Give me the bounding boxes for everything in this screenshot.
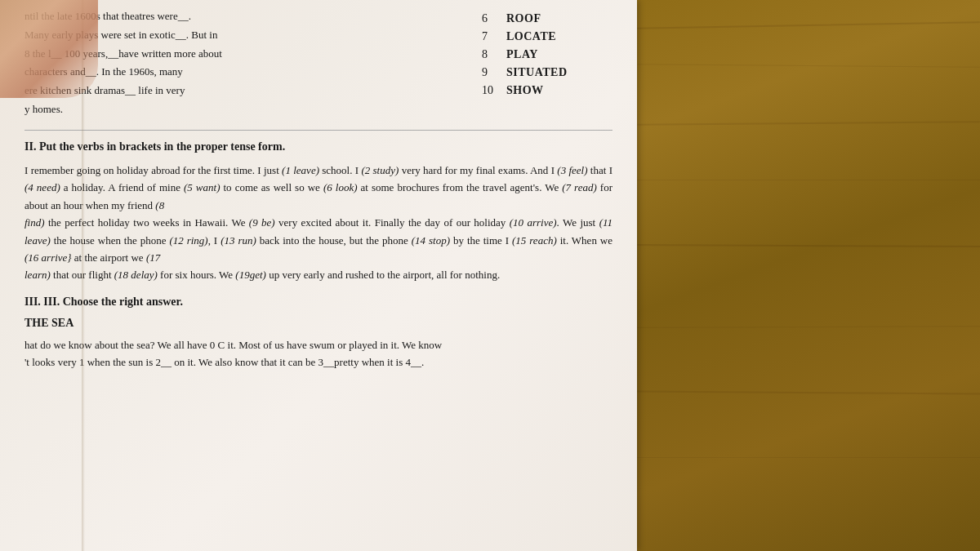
section-iii: III. III. Choose the right answer. THE S… <box>24 295 612 371</box>
list-item: 6 ROOF <box>482 12 612 25</box>
list-item: 9 SITUATED <box>482 66 612 79</box>
roman-numeral-iii: III. <box>24 295 43 308</box>
word-value: PLAY <box>506 48 538 61</box>
verb-8: (8 find) <box>24 199 164 229</box>
verb-2: (2 study) <box>361 164 399 176</box>
verb-14: (14 stop) <box>412 234 450 247</box>
list-item: 10 SHOW <box>482 84 612 97</box>
verb-18: (18 delay) <box>114 269 158 281</box>
word-value: LOCATE <box>506 30 556 43</box>
hand-overlay <box>0 0 98 98</box>
paper-document: ntil the late 1600s that theatres were__… <box>0 0 637 551</box>
verb-9: (9 be) <box>249 216 275 229</box>
section-ii-title: II. Put the verbs in brackets in the pro… <box>24 140 612 153</box>
word-number: 6 <box>482 12 506 25</box>
word-value: SHOW <box>506 84 544 97</box>
verb-3: (3 feel) <box>557 164 587 176</box>
verb-1: (1 leave) <box>282 164 319 176</box>
word-number: 8 <box>482 48 506 61</box>
verb-10: (10 arrive) <box>510 216 557 229</box>
passage-line-6: y homes. <box>24 101 457 118</box>
section-iii-instruction: III. Choose the right answer. <box>43 295 183 308</box>
word-value: ROOF <box>506 12 541 25</box>
word-number: 10 <box>482 84 506 97</box>
verb-19: (19get) <box>235 269 266 281</box>
section-divider-1 <box>24 130 612 131</box>
word-value: SITUATED <box>506 66 568 79</box>
word-number: 9 <box>482 66 506 79</box>
word-number: 7 <box>482 30 506 43</box>
list-item: 8 PLAY <box>482 48 612 61</box>
list-item: 7 LOCATE <box>482 30 612 43</box>
wood-grain <box>637 0 980 551</box>
verb-12: (12 ring) <box>169 234 207 247</box>
verb-4: (4 need) <box>24 181 60 193</box>
verb-15: (15 reach) <box>512 234 557 247</box>
the-sea-line-1: hat do we know about the sea? We all hav… <box>24 336 612 353</box>
verb-13: (13 run) <box>220 234 256 247</box>
roman-numeral-ii: II. <box>24 140 39 153</box>
section-ii-text: I remember going on holiday abroad for t… <box>24 162 612 284</box>
the-sea-heading: THE SEA <box>24 317 612 330</box>
verb-16: (16 arrive} <box>24 251 72 264</box>
verb-7: (7 read) <box>562 181 597 193</box>
verb-6: (6 look) <box>323 181 358 193</box>
the-sea-line-2: 't looks very 1 when the sun is 2__ on i… <box>24 353 612 371</box>
section-iii-title: III. III. Choose the right answer. <box>24 295 612 309</box>
top-section: ntil the late 1600s that theatres were__… <box>24 8 612 120</box>
section-ii: II. Put the verbs in brackets in the pro… <box>24 140 612 284</box>
the-sea-text: hat do we know about the sea? We all hav… <box>24 336 612 371</box>
word-list: 6 ROOF 7 LOCATE 8 PLAY 9 SITUATED 10 SHO… <box>466 8 612 120</box>
verb-5: (5 want) <box>184 181 220 193</box>
section-ii-instruction: Put the verbs in brackets in the proper … <box>39 140 285 153</box>
